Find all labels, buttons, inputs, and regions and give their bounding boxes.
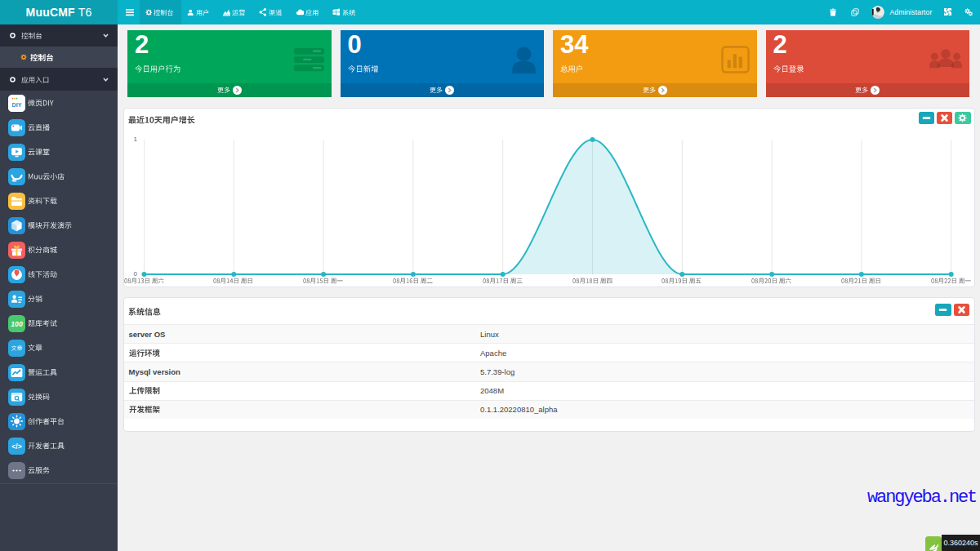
svg-text:</>: </>: [11, 442, 21, 450]
svg-text:100: 100: [11, 320, 23, 328]
svg-text:DIY: DIY: [12, 100, 22, 108]
svg-text:云小店: 云小店: [11, 178, 18, 181]
